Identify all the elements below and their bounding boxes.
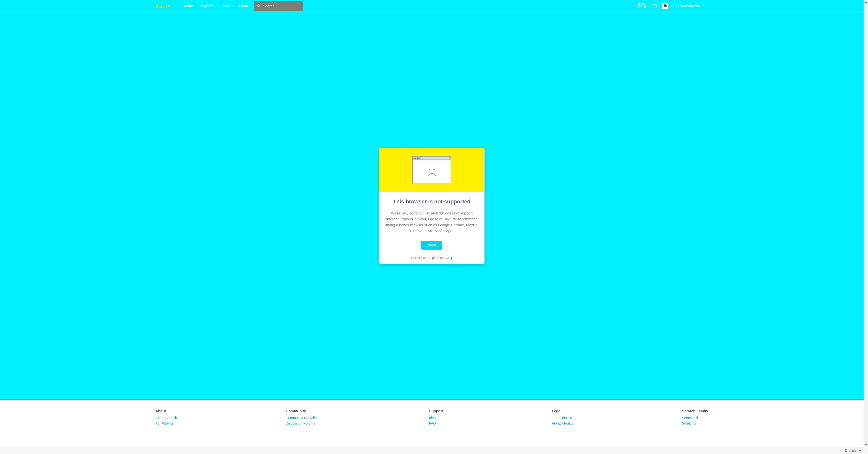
page-area: Scratch Create Explore Ideas About (0, 0, 864, 447)
footer-col-community: Community Community Guidelines Discussio… (286, 409, 320, 427)
footer-link-terms[interactable]: Terms of Use (552, 416, 573, 420)
footer-heading: Legal (552, 409, 573, 413)
scratch-logo[interactable]: Scratch (155, 2, 173, 9)
vertical-scrollbar[interactable] (864, 0, 868, 447)
footer-link-ideas[interactable]: Ideas (429, 416, 443, 420)
svg-point-4 (434, 169, 435, 170)
card-hero: ◀ ▶ (379, 148, 484, 192)
search-input[interactable] (263, 4, 300, 8)
main-body: ◀ ▶ This bro (0, 12, 864, 400)
unsupported-card: ◀ ▶ This bro (379, 148, 485, 264)
mail-icon (638, 3, 645, 8)
faq-suffix: . (452, 256, 453, 260)
user-menu[interactable]: SuperKamekArea (660, 3, 708, 9)
svg-line-1 (259, 6, 260, 7)
username: SuperKamekArea (671, 4, 700, 8)
footer-heading: Scratch Family (682, 409, 708, 413)
forward-arrow-icon: ▶ (417, 157, 419, 160)
footer-link-faq[interactable]: FAQ (429, 421, 443, 425)
faq-link[interactable]: FAQ (445, 256, 452, 260)
search-box[interactable] (254, 1, 303, 11)
browser-illustration: ◀ ▶ (412, 156, 451, 184)
footer-heading: Support (429, 409, 443, 413)
footer-link-discussion-forums[interactable]: Discussion Forums (286, 421, 320, 425)
svg-point-3 (429, 169, 430, 170)
card-title: This browser is not supported (385, 199, 478, 205)
footer-col-family: Scratch Family ScratchEd ScratchJr (682, 409, 708, 427)
browser-status-bar: 100% ▼ (0, 447, 868, 454)
zoom-dropdown-icon[interactable]: ▼ (859, 450, 861, 452)
footer-link-community-guidelines[interactable]: Community Guidelines (286, 416, 320, 420)
footer-col-legal: Legal Terms of Use Privacy Policy (552, 409, 573, 427)
nav-link-explore[interactable]: Explore (197, 0, 217, 12)
sad-face-icon (413, 160, 451, 183)
nav-link-about[interactable]: About (234, 0, 252, 12)
back-button[interactable]: Back (421, 241, 442, 250)
card-text: We're very sorry, but Scratch 3.0 does n… (385, 210, 478, 234)
back-arrow-icon: ◀ (414, 157, 416, 160)
footer-heading: About (155, 409, 177, 413)
scroll-up-arrow-icon[interactable] (864, 0, 868, 4)
mystuff-button[interactable] (647, 3, 660, 9)
footer: About About Scratch For Parents Communit… (0, 400, 864, 427)
chevron-down-icon (703, 5, 706, 7)
zoom-level[interactable]: 100% (849, 449, 857, 453)
avatar (662, 3, 668, 9)
footer-col-about: About About Scratch For Parents (155, 409, 177, 427)
nav-link-ideas[interactable]: Ideas (218, 0, 234, 12)
footer-link-for-parents[interactable]: For Parents (155, 421, 177, 425)
faq-prefix: To learn more, go to the (411, 256, 445, 260)
messages-button[interactable] (635, 3, 647, 8)
footer-link-scratchjr[interactable]: ScratchJr (682, 421, 708, 425)
footer-link-about-scratch[interactable]: About Scratch (155, 416, 177, 420)
footer-link-scratched[interactable]: ScratchEd (682, 416, 708, 420)
svg-line-6 (847, 451, 848, 452)
footer-col-support: Support Ideas FAQ (429, 409, 443, 427)
folder-icon (650, 3, 657, 9)
footer-heading: Community (286, 409, 320, 413)
footer-link-privacy[interactable]: Privacy Policy (552, 421, 573, 425)
faq-line: To learn more, go to the FAQ. (385, 256, 478, 260)
viewport: Scratch Create Explore Ideas About (0, 0, 868, 454)
address-bar-illustration (421, 157, 449, 159)
top-nav: Scratch Create Explore Ideas About (0, 0, 864, 12)
magnifier-icon[interactable] (844, 449, 848, 453)
nav-link-create[interactable]: Create (179, 0, 197, 12)
scroll-down-arrow-icon[interactable] (864, 443, 868, 447)
search-icon (257, 4, 260, 8)
card-body: This browser is not supported We're very… (379, 192, 484, 264)
notification-dot (644, 6, 646, 8)
logo-text: Scratch (156, 4, 171, 9)
